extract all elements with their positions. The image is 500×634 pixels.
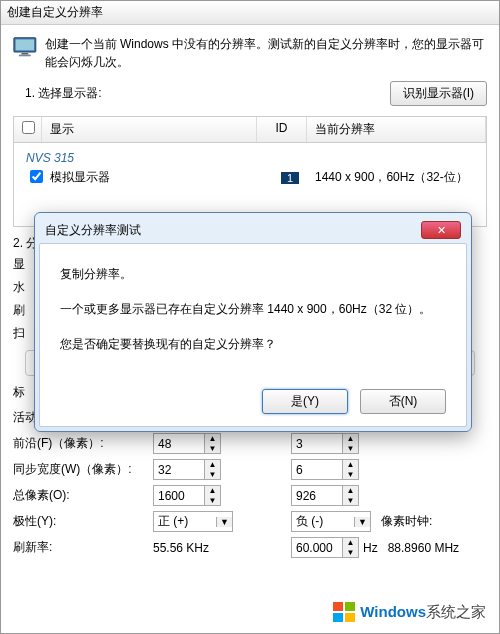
svg-rect-4	[333, 602, 343, 611]
col-display: 显示	[42, 117, 257, 142]
refresh-label: 刷新率:	[13, 539, 153, 556]
chevron-down-icon[interactable]: ▼	[354, 517, 370, 527]
down-icon[interactable]: ▼	[343, 444, 358, 454]
sync-width-h-spinner[interactable]: ▲▼	[291, 459, 359, 480]
no-button[interactable]: 否(N)	[360, 389, 446, 414]
dialog-line2: 一个或更多显示器已存在自定义分辨率 1440 x 900，60Hz（32 位）。	[60, 301, 446, 318]
watermark-text: Windows系统之家	[360, 603, 486, 622]
watermark: Windows系统之家	[332, 600, 486, 624]
dialog-line1: 复制分辨率。	[60, 266, 446, 283]
polarity-h-value: 正 (+)	[154, 513, 216, 530]
display-id-badge: 1	[281, 172, 299, 184]
up-icon[interactable]: ▲	[205, 434, 220, 444]
up-icon[interactable]: ▲	[343, 538, 358, 548]
svg-rect-3	[19, 55, 31, 57]
up-icon[interactable]: ▲	[343, 486, 358, 496]
polarity-v-combo[interactable]: 负 (-)▼	[291, 511, 371, 532]
total-pixels-label: 总像素(O):	[13, 487, 153, 504]
total-pixels-h-input[interactable]	[292, 486, 342, 505]
svg-rect-2	[21, 53, 28, 55]
down-icon[interactable]: ▼	[205, 470, 220, 480]
refresh-khz: 55.56 KHz	[153, 541, 233, 555]
up-icon[interactable]: ▲	[343, 460, 358, 470]
sync-width-h-input[interactable]	[292, 460, 342, 479]
svg-rect-5	[345, 602, 355, 611]
total-pixels-w-spinner[interactable]: ▲▼	[153, 485, 221, 506]
refresh-unit: Hz	[363, 541, 378, 555]
svg-rect-6	[333, 613, 343, 622]
up-icon[interactable]: ▲	[205, 486, 220, 496]
window-titlebar: 创建自定义分辨率	[1, 1, 499, 25]
identify-display-button[interactable]: 识别显示器(I)	[390, 81, 487, 106]
down-icon[interactable]: ▼	[343, 548, 358, 558]
polarity-h-combo[interactable]: 正 (+)▼	[153, 511, 233, 532]
section1-label: 1. 选择显示器:	[25, 85, 102, 102]
display-checkbox[interactable]	[30, 170, 43, 183]
up-icon[interactable]: ▲	[205, 460, 220, 470]
total-pixels-w-input[interactable]	[154, 486, 204, 505]
polarity-v-value: 负 (-)	[292, 513, 354, 530]
svg-rect-7	[345, 613, 355, 622]
front-porch-h-spinner[interactable]: ▲▼	[291, 433, 359, 454]
refresh-spinner[interactable]: ▲▼	[291, 537, 359, 558]
pixel-clock-label: 像素时钟:	[381, 513, 432, 530]
down-icon[interactable]: ▼	[343, 496, 358, 506]
display-name: 模拟显示器	[50, 169, 265, 186]
pixel-clock-value: 88.8960 MHz	[388, 541, 459, 555]
intro-section: 创建一个当前 Windows 中没有的分辨率。测试新的自定义分辨率时，您的显示器…	[1, 25, 499, 81]
front-porch-w-input[interactable]	[154, 434, 204, 453]
down-icon[interactable]: ▼	[343, 470, 358, 480]
monitor-icon	[13, 35, 37, 59]
gpu-group-label: NVS 315	[22, 147, 486, 169]
sync-width-w-input[interactable]	[154, 460, 204, 479]
front-porch-h-input[interactable]	[292, 434, 342, 453]
down-icon[interactable]: ▼	[205, 444, 220, 454]
up-icon[interactable]: ▲	[343, 434, 358, 444]
front-porch-label: 前沿(F)（像素）:	[13, 435, 153, 452]
svg-rect-1	[16, 39, 35, 50]
close-button[interactable]: ✕	[421, 221, 461, 239]
select-all-checkbox[interactable]	[22, 121, 35, 134]
yes-button[interactable]: 是(Y)	[262, 389, 348, 414]
down-icon[interactable]: ▼	[205, 496, 220, 506]
confirm-dialog: 自定义分辨率测试 ✕ 复制分辨率。 一个或更多显示器已存在自定义分辨率 1440…	[34, 212, 472, 432]
sync-width-label: 同步宽度(W)（像素）:	[13, 461, 153, 478]
display-list: 显示 ID 当前分辨率 NVS 315 模拟显示器 1 1440 x 900，6…	[13, 116, 487, 227]
chevron-down-icon[interactable]: ▼	[216, 517, 232, 527]
front-porch-w-spinner[interactable]: ▲▼	[153, 433, 221, 454]
intro-text: 创建一个当前 Windows 中没有的分辨率。测试新的自定义分辨率时，您的显示器…	[45, 35, 487, 71]
list-item[interactable]: 模拟显示器 1 1440 x 900，60Hz（32-位）	[22, 169, 486, 186]
col-resolution: 当前分辨率	[307, 117, 486, 142]
dialog-title: 自定义分辨率测试	[45, 222, 141, 239]
polarity-label: 极性(Y):	[13, 513, 153, 530]
window-title: 创建自定义分辨率	[7, 5, 103, 19]
col-id: ID	[257, 117, 307, 142]
total-pixels-h-spinner[interactable]: ▲▼	[291, 485, 359, 506]
sync-width-w-spinner[interactable]: ▲▼	[153, 459, 221, 480]
display-resolution: 1440 x 900，60Hz（32-位）	[315, 169, 486, 186]
list-header: 显示 ID 当前分辨率	[14, 117, 486, 143]
refresh-input[interactable]	[292, 538, 342, 557]
dialog-line3: 您是否确定要替换现有的自定义分辨率？	[60, 336, 446, 353]
windows-logo-icon	[332, 600, 356, 624]
